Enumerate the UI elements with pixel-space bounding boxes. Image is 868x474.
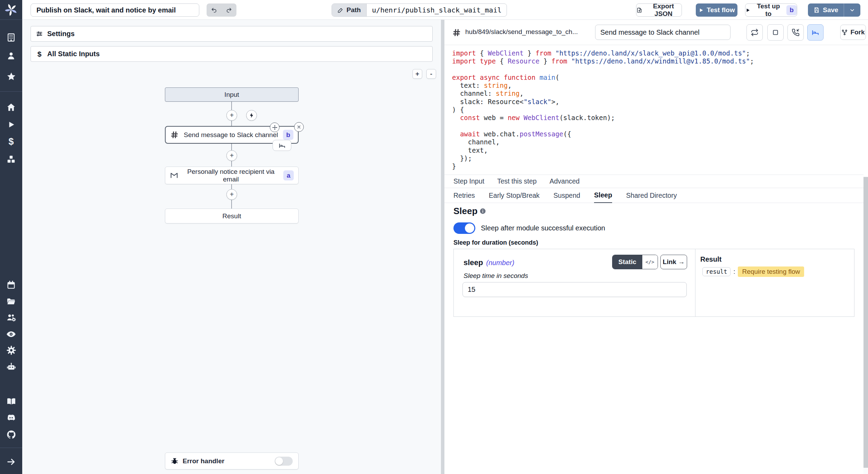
play-icon xyxy=(745,8,750,13)
file-export-icon xyxy=(636,7,642,14)
zoom-out-button[interactable]: - xyxy=(426,69,436,79)
sidebar-item-workspace[interactable] xyxy=(0,30,22,45)
sidebar-item-resources[interactable] xyxy=(0,152,22,167)
windmill-logo[interactable] xyxy=(0,0,22,20)
test-flow-button[interactable]: Test flow xyxy=(696,3,737,17)
tab-test-this-step[interactable]: Test this step xyxy=(497,175,537,188)
zoom-in-button[interactable]: + xyxy=(412,69,422,79)
insert-step-button[interactable]: + xyxy=(226,110,237,121)
error-handler-toggle[interactable] xyxy=(275,457,293,466)
expression-mode-button[interactable]: </> xyxy=(642,255,658,269)
save-split-button: Save xyxy=(808,3,860,17)
delete-node-button[interactable] xyxy=(294,122,304,132)
fork-button[interactable]: Fork xyxy=(840,25,866,40)
sidebar-item-home[interactable] xyxy=(0,100,22,115)
sidebar-item-discord[interactable] xyxy=(0,410,22,425)
tab-suspend[interactable]: Suspend xyxy=(553,188,580,203)
undo-redo-group xyxy=(207,3,236,17)
flow-node-result[interactable]: Result xyxy=(165,209,299,223)
info-icon[interactable] xyxy=(479,208,486,214)
slack-icon xyxy=(452,28,461,37)
path-label: Path xyxy=(347,6,361,14)
flow-node-input[interactable]: Input xyxy=(165,87,299,102)
node-sleep-indicator[interactable] xyxy=(273,140,291,151)
path-edit-button[interactable]: Path xyxy=(332,4,367,16)
test-up-to-button[interactable]: Test up to b xyxy=(745,3,797,17)
undo-button[interactable] xyxy=(207,3,222,17)
sidebar-item-favorites[interactable] xyxy=(0,69,22,84)
sidebar-collapse-toggle[interactable] xyxy=(0,454,22,469)
tab-advanced[interactable]: Advanced xyxy=(550,175,580,188)
early-stop-icon-button[interactable] xyxy=(767,24,784,41)
sidebar-item-user[interactable] xyxy=(0,48,22,64)
save-button[interactable]: Save xyxy=(808,3,844,17)
save-dropdown-button[interactable] xyxy=(844,3,860,17)
link-result-button[interactable]: Link → xyxy=(660,255,687,269)
sidebar-item-github[interactable] xyxy=(0,427,22,442)
code-line: import type { Resource } from "https://d… xyxy=(452,57,860,65)
sidebar-item-docs[interactable] xyxy=(0,393,22,409)
sidebar-item-groups[interactable] xyxy=(0,310,22,325)
save-icon xyxy=(813,7,820,13)
move-node-handle[interactable] xyxy=(270,122,279,132)
user-icon xyxy=(6,51,16,61)
pencil-icon xyxy=(337,7,343,13)
fork-label: Fork xyxy=(850,28,865,36)
stop-square-icon xyxy=(772,29,779,36)
code-line: export async function main( xyxy=(452,74,860,82)
code-line: const web = new WebClient(slack.token); xyxy=(452,114,860,122)
panel-scrollbar-thumb[interactable] xyxy=(863,177,868,468)
code-editor[interactable]: import { WebClient } from "https://deno.… xyxy=(444,45,863,175)
sidebar-item-variables[interactable]: $ xyxy=(0,134,22,149)
flow-title-input[interactable] xyxy=(31,3,199,17)
code-line xyxy=(452,122,860,130)
sleep-seconds-input[interactable] xyxy=(462,282,687,297)
insert-step-button[interactable]: + xyxy=(226,150,237,161)
sleep-toggle-row: Sleep after module successful execution xyxy=(453,222,605,234)
all-static-inputs-bar[interactable]: $ All Static Inputs xyxy=(31,46,433,62)
sliders-icon xyxy=(36,30,43,37)
tab-retries[interactable]: Retries xyxy=(453,188,475,203)
flow-settings-bar[interactable]: Settings xyxy=(31,26,433,42)
sidebar-item-audit[interactable] xyxy=(0,327,22,342)
flow-node-error-handler[interactable]: Error handler xyxy=(165,452,299,469)
tab-sleep[interactable]: Sleep xyxy=(594,188,612,203)
tab-shared-directory[interactable]: Shared Directory xyxy=(626,188,677,203)
hub-script-path[interactable]: hub/849/slack/send_message_to_ch... xyxy=(465,28,590,36)
tab-step-input[interactable]: Step Input xyxy=(453,175,484,188)
play-icon xyxy=(699,8,704,13)
tab-early-stop-break[interactable]: Early Stop/Break xyxy=(489,188,540,203)
undo-icon xyxy=(211,7,217,14)
step-name-input[interactable] xyxy=(595,25,731,40)
step-tabs-primary: Step Input Test this step Advanced xyxy=(444,175,863,188)
sidebar-item-workers[interactable] xyxy=(0,359,22,374)
retries-icon-button[interactable] xyxy=(746,24,763,41)
step-detail-panel: hub/849/slack/send_message_to_ch... Fork… xyxy=(444,20,868,474)
sleep-icon-button[interactable] xyxy=(807,24,824,41)
discord-icon xyxy=(6,413,16,423)
sidebar-item-schedules[interactable] xyxy=(0,277,22,293)
folder-open-icon xyxy=(6,297,16,306)
suspend-icon-button[interactable] xyxy=(787,24,804,41)
export-json-label: Export JSON xyxy=(645,2,682,18)
static-mode-button[interactable]: Static xyxy=(612,255,642,269)
sidebar-item-settings[interactable] xyxy=(0,342,22,358)
book-open-icon xyxy=(6,396,16,406)
sleep-enabled-toggle[interactable] xyxy=(453,222,475,234)
code-line: slack: Resource<"slack">, xyxy=(452,98,860,106)
flow-node-email[interactable]: Personally notice recipient via email a xyxy=(165,167,299,184)
trigger-step-button[interactable] xyxy=(246,110,257,121)
sidebar-item-folders[interactable] xyxy=(0,294,22,309)
move-icon xyxy=(272,125,278,130)
sleep-box-divider xyxy=(695,249,695,316)
sleep-toggle-label: Sleep after module successful execution xyxy=(481,224,605,232)
sidebar-item-runs[interactable] xyxy=(0,117,22,132)
chevron-down-icon xyxy=(849,7,855,13)
redo-button[interactable] xyxy=(222,3,236,17)
export-json-button[interactable]: Export JSON xyxy=(636,3,682,17)
insert-step-button[interactable]: + xyxy=(226,189,237,200)
panel-splitter[interactable] xyxy=(441,20,444,474)
close-icon xyxy=(297,125,301,129)
path-value[interactable]: u/henri/publish_slack_wait_mail xyxy=(367,4,507,16)
sleep-duration-label: Sleep for duration (seconds) xyxy=(453,239,538,246)
